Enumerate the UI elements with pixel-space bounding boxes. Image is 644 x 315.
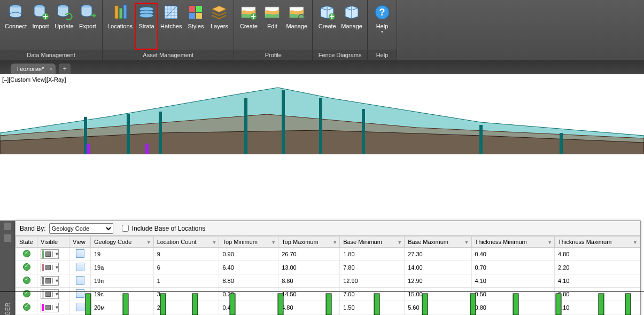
svg-rect-39 xyxy=(86,294,91,315)
table-row[interactable]: ▼19п18.808.8012.9012.904.104.10 xyxy=(16,274,640,288)
view-icon[interactable] xyxy=(76,263,84,271)
svg-rect-46 xyxy=(374,294,379,315)
chevron-down-icon[interactable]: ▼ xyxy=(52,278,58,284)
svg-rect-16 xyxy=(196,13,202,19)
svg-rect-13 xyxy=(189,6,195,12)
view-mode-label[interactable]: [–][Custom View][X-Ray] xyxy=(2,76,66,83)
filter-icon[interactable]: ▼ xyxy=(633,240,638,245)
visible-cell[interactable]: ▼ xyxy=(37,274,69,288)
ribbon-button-label: Update xyxy=(55,23,73,29)
visible-swatch[interactable]: ▼ xyxy=(41,249,59,259)
export-icon xyxy=(79,4,96,21)
import-icon xyxy=(32,4,49,21)
svg-point-11 xyxy=(139,13,153,18)
connect-button[interactable]: Connect xyxy=(3,3,29,50)
filter-icon[interactable]: ▼ xyxy=(464,240,469,245)
view-cell[interactable] xyxy=(69,274,91,288)
column-header[interactable]: Geology Code▼ xyxy=(91,237,154,248)
data-cell: 6 xyxy=(153,261,219,274)
filter-icon[interactable]: ▼ xyxy=(397,240,402,245)
view-cell[interactable] xyxy=(69,261,91,274)
data-cell: 6.40 xyxy=(219,261,278,274)
view-icon[interactable] xyxy=(76,249,84,258)
ribbon-button-label: Edit xyxy=(267,23,277,29)
svg-rect-50 xyxy=(556,294,561,315)
state-cell xyxy=(16,248,37,261)
svg-rect-7 xyxy=(119,8,122,19)
p-manage-button[interactable]: Manage xyxy=(284,3,309,50)
ribbon-button-label: Manage xyxy=(341,23,362,29)
styles-button[interactable]: Styles xyxy=(184,3,207,50)
column-header[interactable]: Base Minimum▼ xyxy=(340,237,405,248)
filter-icon[interactable]: ▼ xyxy=(146,240,151,245)
ok-status-icon xyxy=(23,263,30,271)
ribbon-button-label: Styles xyxy=(188,23,204,29)
column-header[interactable]: Thickness Minimum▼ xyxy=(471,237,555,248)
ribbon-button-label: Layers xyxy=(211,23,228,29)
column-header[interactable]: State xyxy=(16,237,37,248)
chevron-down-icon[interactable]: ▼ xyxy=(52,265,58,270)
add-tab-button[interactable]: + xyxy=(59,64,71,74)
hatches-button[interactable]: Hatches xyxy=(158,3,184,50)
ribbon-group-label: Data Management xyxy=(0,50,102,60)
view-icon[interactable] xyxy=(76,276,84,285)
include-base-checkbox[interactable] xyxy=(122,225,129,232)
column-header[interactable]: Location Count▼ xyxy=(153,237,219,248)
column-header[interactable]: View xyxy=(69,237,91,248)
filter-icon[interactable]: ▼ xyxy=(271,240,276,245)
column-header[interactable]: Visible xyxy=(37,237,69,248)
document-tab[interactable]: Геология* × xyxy=(11,64,56,74)
ribbon-group: ConnectImportUpdateExportData Management xyxy=(0,0,103,60)
visible-swatch[interactable]: ▼ xyxy=(41,276,59,286)
export-button[interactable]: Export xyxy=(76,3,99,50)
help-button[interactable]: ?Help▾ xyxy=(370,3,394,50)
svg-rect-15 xyxy=(189,13,195,19)
visible-cell[interactable]: ▼ xyxy=(37,261,69,274)
close-icon[interactable]: × xyxy=(49,66,52,72)
panel-pin-icon[interactable] xyxy=(4,234,11,242)
svg-rect-51 xyxy=(599,294,604,315)
update-button[interactable]: Update xyxy=(52,3,76,50)
ribbon-group: LocationsStrataHatchesStylesLayersAsset … xyxy=(103,0,234,60)
data-cell: 9 xyxy=(153,248,219,261)
column-header[interactable]: Top Minimum▼ xyxy=(219,237,278,248)
filter-icon[interactable]: ▼ xyxy=(212,240,217,245)
f-create-button[interactable]: Create xyxy=(315,3,339,50)
locations-icon xyxy=(112,4,129,21)
visible-cell[interactable]: ▼ xyxy=(37,248,69,261)
data-cell: 1 xyxy=(153,274,219,288)
table-row[interactable]: ▼19а66.4013.007.8014.000.702.20 xyxy=(16,261,640,274)
state-cell xyxy=(16,261,37,274)
viewport-3d[interactable]: [–][Custom View][X-Ray] STRATA MANAGER xyxy=(0,74,644,315)
svg-rect-42 xyxy=(192,294,198,315)
filter-icon[interactable]: ▼ xyxy=(332,240,337,245)
column-header[interactable]: Base Maximum▼ xyxy=(405,237,471,248)
svg-rect-44 xyxy=(278,294,283,315)
ribbon-button-label: Import xyxy=(32,23,49,29)
ribbon-group-label: Fence Diagrams xyxy=(313,50,367,60)
layers-icon xyxy=(211,4,228,21)
import-button[interactable]: Import xyxy=(29,3,52,50)
data-cell: 8.80 xyxy=(278,274,340,288)
visible-swatch[interactable]: ▼ xyxy=(41,263,59,272)
svg-rect-43 xyxy=(230,294,235,315)
view-cell[interactable] xyxy=(69,248,91,261)
column-header[interactable]: Thickness Maximum▼ xyxy=(555,237,640,248)
p-create-button[interactable]: Create xyxy=(237,3,260,50)
layers-button[interactable]: Layers xyxy=(207,3,231,50)
ribbon-group: CreateEditManageProfile xyxy=(234,0,313,60)
panel-close-icon[interactable] xyxy=(4,223,11,230)
f-manage-button[interactable]: Manage xyxy=(339,3,364,50)
strata-button[interactable]: Strata xyxy=(135,3,158,50)
svg-rect-49 xyxy=(513,294,518,315)
table-row[interactable]: ▼1990.9026.701.8027.300.404.80 xyxy=(16,248,640,261)
chevron-down-icon[interactable]: ▼ xyxy=(52,251,58,257)
column-header[interactable]: Top Maximum▼ xyxy=(278,237,340,248)
svg-rect-48 xyxy=(470,294,476,315)
locations-button[interactable]: Locations xyxy=(105,3,135,50)
p-edit-button[interactable]: Edit xyxy=(260,3,284,50)
band-by-select[interactable]: Geology Code xyxy=(49,223,113,234)
filter-icon[interactable]: ▼ xyxy=(547,240,552,245)
grid-header-row: StateVisibleViewGeology Code▼Location Co… xyxy=(16,237,640,248)
svg-rect-41 xyxy=(160,294,166,315)
